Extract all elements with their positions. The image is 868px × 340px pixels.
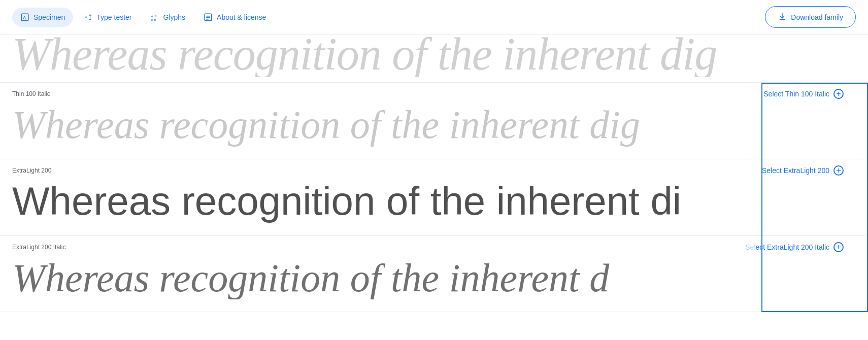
select-thin-100-italic[interactable]: Select Thin 100 Italic +	[763, 89, 856, 99]
tab-specimen[interactable]: A Specimen	[12, 8, 73, 27]
tab-type-tester-label: Type tester	[96, 13, 131, 21]
specimens-wrapper: Whereas recognition of the inherent dig …	[0, 35, 868, 312]
specimen-label-extralight-200: ExtraLight 200	[12, 167, 51, 174]
specimen-label-thin-100: Thin 100 Italic	[12, 90, 50, 97]
preview-text-extralight-200-italic: Whereas recognition of the inherent d	[12, 256, 856, 300]
tab-glyphs-label: Glyphs	[163, 13, 186, 21]
type-tester-icon: A	[83, 13, 92, 22]
download-family-button[interactable]: Download family	[765, 6, 856, 28]
tab-about-label: About & license	[217, 13, 266, 21]
specimen-row-header-extralight-200-italic: ExtraLight 200 Italic Select ExtraLight …	[0, 236, 868, 252]
specimen-row-header-extralight-200: ExtraLight 200 Select ExtraLight 200 +	[0, 159, 868, 176]
specimen-preview-extralight-200: Whereas recognition of the inherent di	[0, 176, 868, 235]
svg-text:❊: ❊	[154, 15, 156, 18]
svg-text:α: α	[151, 18, 153, 21]
plus-icon-extralight-200-italic: +	[833, 242, 844, 252]
specimen-icon: A	[20, 13, 29, 22]
download-button-label: Download family	[791, 13, 843, 21]
svg-text:A: A	[151, 15, 153, 18]
tab-about[interactable]: About & license	[195, 8, 274, 27]
specimen-row-extralight-200-italic: ExtraLight 200 Italic Select ExtraLight …	[0, 236, 868, 313]
select-extralight-200-italic-label: Select ExtraLight 200 Italic	[745, 243, 829, 251]
specimen-row-thin-100-italic: Thin 100 Italic Select Thin 100 Italic +…	[0, 83, 868, 159]
partial-preview-text: Whereas recognition of the inherent dig	[12, 35, 717, 77]
svg-text:A: A	[85, 14, 88, 20]
svg-text:A: A	[23, 15, 26, 20]
download-icon	[778, 12, 787, 22]
specimen-preview-extralight-200-italic: Whereas recognition of the inherent d	[0, 252, 868, 312]
plus-icon-thin-100: +	[833, 89, 844, 99]
glyphs-icon: A ❊ α B	[150, 13, 159, 22]
plus-icon-extralight-200: +	[833, 165, 844, 176]
tab-specimen-label: Specimen	[34, 13, 65, 21]
preview-text-thin-100: Whereas recognition of the inherent dig	[12, 103, 856, 147]
svg-text:B: B	[154, 18, 156, 21]
specimen-label-extralight-200-italic: ExtraLight 200 Italic	[12, 244, 65, 251]
tab-type-tester[interactable]: A Type tester	[75, 8, 140, 27]
tab-glyphs[interactable]: A ❊ α B Glyphs	[142, 8, 194, 27]
top-navigation: A Specimen A Type tester A ❊	[0, 0, 868, 35]
preview-text-extralight-200: Whereas recognition of the inherent di	[12, 180, 856, 223]
select-extralight-200-label: Select ExtraLight 200	[762, 166, 829, 175]
nav-tabs: A Specimen A Type tester A ❊	[12, 8, 274, 27]
select-thin-100-label: Select Thin 100 Italic	[763, 90, 829, 98]
specimen-row-header-thin-100: Thin 100 Italic Select Thin 100 Italic +	[0, 83, 868, 99]
selection-panel-container: Thin 100 Italic Select Thin 100 Italic +…	[0, 83, 868, 312]
about-icon	[204, 13, 213, 22]
specimen-row-extralight-200: ExtraLight 200 Select ExtraLight 200 + W…	[0, 159, 868, 236]
select-extralight-200[interactable]: Select ExtraLight 200 +	[762, 165, 856, 176]
specimen-row-partial: Whereas recognition of the inherent dig	[0, 35, 868, 83]
specimen-preview-thin-100: Whereas recognition of the inherent dig	[0, 99, 868, 159]
select-extralight-200-italic[interactable]: Select ExtraLight 200 Italic +	[745, 242, 856, 252]
